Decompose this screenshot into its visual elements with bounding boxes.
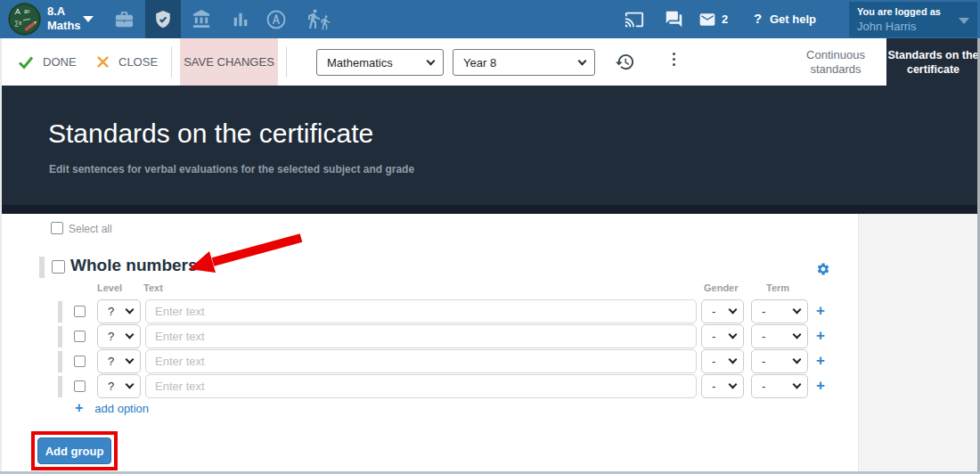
page-title: Standards on the certificate xyxy=(48,118,373,149)
mail-icon[interactable] xyxy=(695,0,720,38)
bar-chart-icon[interactable] xyxy=(223,0,258,38)
class-selector[interactable]: 8.A Maths xyxy=(47,4,81,33)
check-icon xyxy=(18,55,34,69)
close-label: CLOSE xyxy=(118,55,158,69)
level-value: ? xyxy=(108,355,114,368)
students-walking-icon[interactable] xyxy=(298,0,340,38)
gender-select[interactable]: - xyxy=(701,324,744,348)
level-value: ? xyxy=(108,380,114,393)
save-changes-button[interactable]: SAVE CHANGES xyxy=(180,38,278,86)
user-menu-caret-icon xyxy=(959,18,969,24)
action-toolbar: DONE CLOSE SAVE CHANGES Mathematics Year… xyxy=(0,38,980,86)
group-settings-gear-icon[interactable] xyxy=(816,262,830,280)
chevron-down-icon xyxy=(793,356,802,364)
term-value: - xyxy=(762,330,765,343)
sentence-text-input[interactable] xyxy=(145,324,697,348)
level-select[interactable]: ? xyxy=(97,374,141,398)
row-drag-handle[interactable] xyxy=(58,301,62,323)
group-drag-handle[interactable] xyxy=(39,257,45,278)
class-name-line2: Maths xyxy=(47,19,81,33)
sentence-text-input[interactable] xyxy=(145,349,697,373)
done-button[interactable]: DONE xyxy=(18,38,77,86)
grade-select[interactable]: Year 8 xyxy=(453,49,595,76)
add-row-plus-icon[interactable]: + xyxy=(816,302,825,320)
group-checkbox[interactable] xyxy=(52,260,65,274)
level-select[interactable]: ? xyxy=(97,324,141,348)
gender-value: - xyxy=(712,380,715,393)
select-all-label: Select all xyxy=(69,223,112,235)
screen: a² ∑x 8.A Maths xyxy=(0,0,980,474)
row-checkbox[interactable] xyxy=(74,356,86,367)
chevron-down-icon xyxy=(126,306,135,315)
top-navigation-bar: a² ∑x 8.A Maths xyxy=(0,0,980,38)
select-all-checkbox[interactable] xyxy=(51,222,63,234)
column-header-text: Text xyxy=(143,282,163,293)
row-checkbox[interactable] xyxy=(74,380,86,392)
chat-icon[interactable] xyxy=(661,0,686,38)
toolbar-divider xyxy=(286,46,287,78)
plus-icon: + xyxy=(75,400,83,416)
level-select[interactable]: ? xyxy=(97,299,141,323)
gender-select[interactable]: - xyxy=(701,374,744,398)
history-button[interactable] xyxy=(615,52,635,76)
gender-select[interactable]: - xyxy=(701,349,744,373)
term-value: - xyxy=(762,355,765,368)
term-select[interactable]: - xyxy=(751,349,808,373)
row-checkbox[interactable] xyxy=(74,306,86,317)
level-value: ? xyxy=(108,305,114,318)
row-drag-handle[interactable] xyxy=(58,376,62,397)
standard-row: ? - - + xyxy=(0,374,842,399)
chalkboard-avatar-image: a² ∑x xyxy=(8,3,41,36)
briefcase-icon[interactable] xyxy=(106,0,142,38)
sentence-text-input[interactable] xyxy=(145,374,697,398)
tab-continuous-standards[interactable]: Continuous standards xyxy=(788,38,883,86)
gender-select[interactable]: - xyxy=(701,299,744,323)
chevron-down-icon xyxy=(578,56,587,65)
class-avatar[interactable]: a² ∑x xyxy=(8,3,41,36)
standard-row: ? - - + xyxy=(0,299,842,324)
chevron-down-icon xyxy=(126,380,135,389)
chevron-down-icon xyxy=(729,306,738,315)
level-value: ? xyxy=(108,330,114,343)
level-select[interactable]: ? xyxy=(97,349,141,373)
term-select[interactable]: - xyxy=(751,374,808,398)
compass-grades-icon[interactable] xyxy=(258,0,294,38)
add-row-plus-icon[interactable]: + xyxy=(816,352,825,370)
close-button[interactable]: CLOSE xyxy=(96,38,158,86)
logged-in-user-menu[interactable]: You are logged as John Harris xyxy=(849,2,977,37)
row-checkbox[interactable] xyxy=(74,331,86,342)
screen-cast-icon[interactable] xyxy=(622,0,647,38)
subject-select[interactable]: Mathematics xyxy=(316,49,444,76)
tab-standards-on-certificate[interactable]: Standards on the certificate xyxy=(886,38,980,86)
add-group-button[interactable]: Add group xyxy=(37,437,111,464)
row-drag-handle[interactable] xyxy=(58,326,62,347)
chevron-down-icon xyxy=(427,56,436,65)
column-header-level: Level xyxy=(97,282,122,293)
add-row-plus-icon[interactable]: + xyxy=(816,377,825,395)
done-label: DONE xyxy=(43,55,77,69)
class-name-line1: 8.A xyxy=(47,4,81,19)
gender-value: - xyxy=(712,330,715,343)
term-select[interactable]: - xyxy=(751,299,808,323)
user-name: John Harris xyxy=(857,20,916,33)
class-selector-caret-icon[interactable] xyxy=(83,16,94,22)
gender-value: - xyxy=(712,355,715,368)
help-question-icon[interactable]: ? xyxy=(754,11,762,26)
get-help-link[interactable]: Get help xyxy=(770,12,816,26)
row-drag-handle[interactable] xyxy=(58,351,62,372)
chevron-down-icon xyxy=(729,356,738,364)
standard-row: ? - - + xyxy=(0,349,842,374)
shield-check-icon[interactable] xyxy=(145,0,181,38)
grade-select-value: Year 8 xyxy=(463,56,496,69)
institution-icon[interactable] xyxy=(184,0,219,38)
page-header-shadow xyxy=(2,205,977,214)
page-header-banner xyxy=(2,86,977,214)
group-title: Whole numbers xyxy=(70,256,198,275)
add-option-link[interactable]: + add option xyxy=(75,400,149,416)
gender-value: - xyxy=(712,305,715,318)
more-options-kebab-icon[interactable] xyxy=(671,53,676,66)
sentence-text-input[interactable] xyxy=(145,299,697,323)
term-select[interactable]: - xyxy=(751,324,808,348)
svg-text:∑x: ∑x xyxy=(14,20,22,27)
add-row-plus-icon[interactable]: + xyxy=(816,327,825,345)
